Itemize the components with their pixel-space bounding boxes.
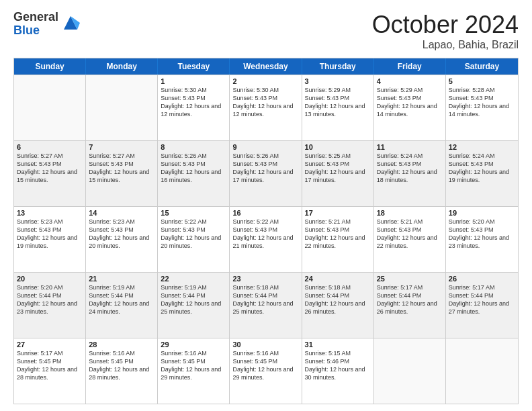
cal-cell: 16Sunrise: 5:22 AM Sunset: 5:43 PM Dayli… bbox=[230, 207, 302, 272]
day-number: 22 bbox=[161, 275, 226, 283]
day-number: 29 bbox=[161, 340, 226, 349]
cal-cell: 13Sunrise: 5:23 AM Sunset: 5:43 PM Dayli… bbox=[14, 207, 86, 272]
day-info: Sunrise: 5:18 AM Sunset: 5:44 PM Dayligh… bbox=[232, 283, 298, 316]
title-section: October 2024 Lapao, Bahia, Brazil bbox=[372, 11, 519, 51]
day-number: 20 bbox=[17, 275, 83, 283]
header: General Blue October 2024 Lapao, Bahia, … bbox=[13, 11, 519, 51]
cal-header-cell: Saturday bbox=[446, 58, 518, 75]
cal-cell bbox=[14, 75, 86, 140]
cal-cell: 3Sunrise: 5:29 AM Sunset: 5:43 PM Daylig… bbox=[302, 75, 374, 140]
day-number: 11 bbox=[377, 143, 443, 151]
day-info: Sunrise: 5:27 AM Sunset: 5:43 PM Dayligh… bbox=[17, 152, 83, 185]
day-info: Sunrise: 5:15 AM Sunset: 5:46 PM Dayligh… bbox=[305, 349, 371, 382]
cal-cell: 24Sunrise: 5:18 AM Sunset: 5:44 PM Dayli… bbox=[302, 273, 374, 338]
logo-icon bbox=[61, 13, 80, 32]
day-number: 21 bbox=[89, 275, 154, 283]
cal-cell: 12Sunrise: 5:24 AM Sunset: 5:43 PM Dayli… bbox=[446, 141, 518, 206]
day-number: 23 bbox=[232, 275, 298, 283]
day-number: 8 bbox=[161, 143, 226, 151]
day-number: 9 bbox=[232, 143, 298, 151]
cal-cell: 2Sunrise: 5:30 AM Sunset: 5:43 PM Daylig… bbox=[230, 75, 302, 140]
day-number: 16 bbox=[232, 209, 298, 217]
cal-cell: 25Sunrise: 5:17 AM Sunset: 5:44 PM Dayli… bbox=[374, 273, 446, 338]
cal-cell: 14Sunrise: 5:23 AM Sunset: 5:43 PM Dayli… bbox=[86, 207, 158, 272]
day-info: Sunrise: 5:17 AM Sunset: 5:45 PM Dayligh… bbox=[17, 349, 83, 382]
cal-cell: 17Sunrise: 5:21 AM Sunset: 5:43 PM Dayli… bbox=[302, 207, 374, 272]
cal-cell: 5Sunrise: 5:28 AM Sunset: 5:43 PM Daylig… bbox=[446, 75, 518, 140]
cal-cell: 9Sunrise: 5:26 AM Sunset: 5:43 PM Daylig… bbox=[230, 141, 302, 206]
location: Lapao, Bahia, Brazil bbox=[372, 39, 519, 51]
cal-cell: 15Sunrise: 5:22 AM Sunset: 5:43 PM Dayli… bbox=[158, 207, 230, 272]
cal-cell: 29Sunrise: 5:16 AM Sunset: 5:45 PM Dayli… bbox=[158, 338, 230, 404]
cal-cell: 19Sunrise: 5:20 AM Sunset: 5:43 PM Dayli… bbox=[446, 207, 518, 272]
day-number: 18 bbox=[377, 209, 443, 217]
cal-cell: 26Sunrise: 5:17 AM Sunset: 5:44 PM Dayli… bbox=[446, 273, 518, 338]
day-number: 13 bbox=[17, 209, 83, 217]
cal-cell: 11Sunrise: 5:24 AM Sunset: 5:43 PM Dayli… bbox=[374, 141, 446, 206]
cal-cell: 22Sunrise: 5:19 AM Sunset: 5:44 PM Dayli… bbox=[158, 273, 230, 338]
day-number: 24 bbox=[305, 275, 371, 283]
cal-cell: 27Sunrise: 5:17 AM Sunset: 5:45 PM Dayli… bbox=[14, 338, 86, 404]
logo-text: General Blue bbox=[13, 11, 58, 38]
day-info: Sunrise: 5:22 AM Sunset: 5:43 PM Dayligh… bbox=[161, 218, 226, 250]
cal-cell: 20Sunrise: 5:20 AM Sunset: 5:44 PM Dayli… bbox=[14, 273, 86, 338]
day-number: 3 bbox=[305, 77, 371, 85]
cal-header-cell: Friday bbox=[374, 58, 446, 75]
cal-week: 6Sunrise: 5:27 AM Sunset: 5:43 PM Daylig… bbox=[14, 140, 518, 206]
cal-cell: 28Sunrise: 5:16 AM Sunset: 5:45 PM Dayli… bbox=[86, 338, 158, 404]
cal-cell: 6Sunrise: 5:27 AM Sunset: 5:43 PM Daylig… bbox=[14, 141, 86, 206]
day-number: 12 bbox=[449, 143, 515, 151]
cal-week: 1Sunrise: 5:30 AM Sunset: 5:43 PM Daylig… bbox=[14, 75, 518, 140]
day-info: Sunrise: 5:17 AM Sunset: 5:44 PM Dayligh… bbox=[449, 283, 515, 316]
day-number: 30 bbox=[232, 340, 298, 349]
cal-header-cell: Sunday bbox=[14, 58, 86, 75]
day-info: Sunrise: 5:23 AM Sunset: 5:43 PM Dayligh… bbox=[17, 218, 83, 250]
day-info: Sunrise: 5:16 AM Sunset: 5:45 PM Dayligh… bbox=[89, 349, 154, 382]
day-number: 27 bbox=[17, 340, 83, 349]
logo: General Blue bbox=[13, 11, 80, 38]
day-info: Sunrise: 5:16 AM Sunset: 5:45 PM Dayligh… bbox=[161, 349, 226, 382]
cal-cell: 23Sunrise: 5:18 AM Sunset: 5:44 PM Dayli… bbox=[230, 273, 302, 338]
cal-cell: 18Sunrise: 5:21 AM Sunset: 5:43 PM Dayli… bbox=[374, 207, 446, 272]
day-info: Sunrise: 5:22 AM Sunset: 5:43 PM Dayligh… bbox=[232, 218, 298, 250]
cal-header-cell: Monday bbox=[86, 58, 158, 75]
cal-header-cell: Tuesday bbox=[158, 58, 230, 75]
day-number: 19 bbox=[449, 209, 515, 217]
cal-week: 13Sunrise: 5:23 AM Sunset: 5:43 PM Dayli… bbox=[14, 206, 518, 272]
logo-blue: Blue bbox=[13, 24, 58, 38]
day-info: Sunrise: 5:21 AM Sunset: 5:43 PM Dayligh… bbox=[377, 218, 443, 250]
day-number: 14 bbox=[89, 209, 154, 217]
cal-cell: 1Sunrise: 5:30 AM Sunset: 5:43 PM Daylig… bbox=[158, 75, 230, 140]
calendar: SundayMondayTuesdayWednesdayThursdayFrid… bbox=[13, 58, 519, 404]
day-info: Sunrise: 5:25 AM Sunset: 5:43 PM Dayligh… bbox=[305, 152, 371, 185]
logo-general: General bbox=[13, 11, 58, 24]
day-info: Sunrise: 5:19 AM Sunset: 5:44 PM Dayligh… bbox=[89, 283, 154, 316]
cal-header-cell: Wednesday bbox=[230, 58, 302, 75]
cal-header-cell: Thursday bbox=[302, 58, 374, 75]
day-info: Sunrise: 5:26 AM Sunset: 5:43 PM Dayligh… bbox=[161, 152, 226, 185]
day-info: Sunrise: 5:29 AM Sunset: 5:43 PM Dayligh… bbox=[377, 86, 443, 119]
day-number: 26 bbox=[449, 275, 515, 283]
page: General Blue October 2024 Lapao, Bahia, … bbox=[0, 0, 532, 411]
day-info: Sunrise: 5:29 AM Sunset: 5:43 PM Dayligh… bbox=[305, 86, 371, 119]
day-number: 17 bbox=[305, 209, 371, 217]
day-info: Sunrise: 5:26 AM Sunset: 5:43 PM Dayligh… bbox=[232, 152, 298, 185]
cal-cell bbox=[374, 338, 446, 404]
cal-cell: 10Sunrise: 5:25 AM Sunset: 5:43 PM Dayli… bbox=[302, 141, 374, 206]
day-info: Sunrise: 5:21 AM Sunset: 5:43 PM Dayligh… bbox=[305, 218, 371, 250]
cal-cell: 7Sunrise: 5:27 AM Sunset: 5:43 PM Daylig… bbox=[86, 141, 158, 206]
day-info: Sunrise: 5:20 AM Sunset: 5:43 PM Dayligh… bbox=[449, 218, 515, 250]
day-info: Sunrise: 5:20 AM Sunset: 5:44 PM Dayligh… bbox=[17, 283, 83, 316]
calendar-header: SundayMondayTuesdayWednesdayThursdayFrid… bbox=[14, 58, 518, 75]
cal-cell bbox=[446, 338, 518, 404]
month-title: October 2024 bbox=[372, 11, 519, 39]
day-info: Sunrise: 5:16 AM Sunset: 5:45 PM Dayligh… bbox=[232, 349, 298, 382]
cal-cell: 31Sunrise: 5:15 AM Sunset: 5:46 PM Dayli… bbox=[302, 338, 374, 404]
calendar-body: 1Sunrise: 5:30 AM Sunset: 5:43 PM Daylig… bbox=[14, 75, 518, 404]
day-number: 28 bbox=[89, 340, 154, 349]
day-number: 6 bbox=[17, 143, 83, 151]
day-info: Sunrise: 5:24 AM Sunset: 5:43 PM Dayligh… bbox=[449, 152, 515, 185]
day-number: 2 bbox=[232, 77, 298, 85]
day-info: Sunrise: 5:19 AM Sunset: 5:44 PM Dayligh… bbox=[161, 283, 226, 316]
day-number: 7 bbox=[89, 143, 154, 151]
